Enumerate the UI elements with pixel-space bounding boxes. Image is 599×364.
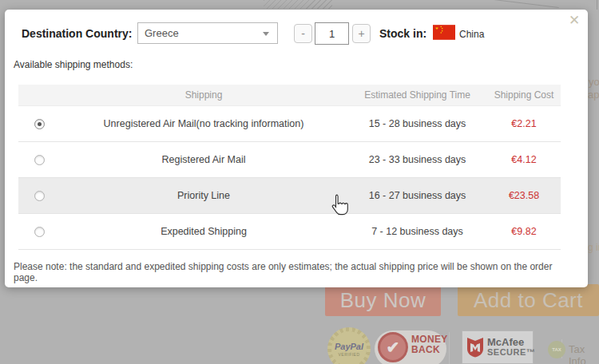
radio-unselected[interactable]: [34, 227, 45, 237]
stock-in-label: Stock in:: [379, 27, 426, 40]
destination-country-label: Destination Country:: [22, 27, 132, 40]
table-row-registered-air-mail[interactable]: Registered Air Mail 23 - 33 business day…: [18, 142, 561, 178]
header-shipping: Shipping: [60, 89, 347, 101]
shipping-note: Please note: the standard and expedited …: [14, 261, 573, 283]
header-shipping-cost: Shipping Cost: [487, 89, 561, 101]
destination-country-select[interactable]: Greece: [137, 22, 278, 44]
shipping-method-time: 15 - 28 business days: [347, 118, 487, 129]
mcafee-secure-badge: McAfee SECURE™: [462, 330, 534, 364]
shipping-method-cost: €4.12: [487, 154, 561, 165]
paypal-verified-label: VERIFIED: [338, 352, 359, 357]
mcafee-shield-icon: [466, 337, 484, 358]
shipping-method-name: Registered Air Mail: [60, 154, 347, 165]
background-text-fragment: yo: [589, 76, 599, 88]
tax-badge-icon: TAX: [548, 341, 565, 358]
modal-controls-row: Destination Country: Greece - + Stock in…: [5, 22, 588, 46]
background-text-fragment: g in: [588, 242, 599, 253]
page: { "modal": { "close": "✕", "destination_…: [0, 0, 599, 364]
background-product-sketch: [264, 0, 332, 9]
background-divider-line: [597, 0, 597, 10]
background-text-fragment: app: [588, 89, 599, 101]
table-row-expedited-shipping[interactable]: Expedited Shipping 7 - 12 business days …: [18, 214, 561, 250]
china-flag-icon: [433, 25, 455, 40]
background-sketch-line: [494, 0, 559, 8]
shipping-method-time: 7 - 12 business days: [347, 226, 487, 237]
table-header-row: Shipping Estimated Shipping Time Shippin…: [18, 85, 561, 106]
hand-cursor-icon: [329, 193, 348, 219]
money-back-label: MONEY BACK: [411, 334, 448, 355]
paypal-badge-inner: PayPal VERIFIED: [331, 331, 367, 364]
tax-info-link[interactable]: Tax Info: [569, 343, 599, 364]
buy-now-button[interactable]: Buy Now: [325, 284, 441, 316]
quantity-increase-button[interactable]: +: [352, 24, 371, 43]
shipping-method-name: Unregistered Air Mail(no tracking inform…: [60, 118, 347, 129]
shipping-methods-table: Shipping Estimated Shipping Time Shippin…: [18, 85, 561, 250]
paypal-badge-label: PayPal: [335, 342, 363, 351]
destination-country-value: Greece: [145, 27, 179, 39]
stock-country-label: China: [459, 29, 484, 40]
add-to-cart-button[interactable]: Add to Cart: [458, 284, 599, 316]
badge-divider: [449, 332, 450, 364]
shipping-method-name: Expedited Shipping: [60, 226, 347, 237]
money-back-check-icon: ✔: [378, 332, 408, 362]
radio-unselected[interactable]: [34, 155, 45, 165]
money-back-line2: BACK: [411, 345, 448, 355]
table-row-priority-line[interactable]: Priority Line 16 - 27 business days €23.…: [18, 178, 561, 214]
quantity-decrease-button[interactable]: -: [294, 24, 312, 43]
shipping-method-time: 16 - 27 business days: [347, 190, 487, 201]
radio-selected[interactable]: [34, 119, 45, 129]
quantity-input[interactable]: [315, 22, 349, 45]
shipping-method-cost: €9.82: [487, 226, 561, 237]
paypal-verified-badge: PayPal VERIFIED: [327, 327, 371, 364]
mcafee-secure-label: SECURE™: [487, 347, 535, 357]
shipping-method-name: Priority Line: [60, 190, 347, 201]
shipping-method-cost: €2.21: [487, 118, 561, 129]
mcafee-label: McAfee: [487, 338, 535, 347]
available-methods-label: Available shipping methods:: [14, 59, 133, 70]
shipping-method-time: 23 - 33 business days: [347, 154, 487, 165]
header-estimated-time: Estimated Shipping Time: [347, 89, 487, 101]
table-row-unregistered-air-mail[interactable]: Unregistered Air Mail(no tracking inform…: [18, 106, 561, 142]
chevron-down-icon: [263, 32, 269, 36]
money-back-badge: ✔ MONEY BACK: [375, 330, 446, 364]
radio-unselected[interactable]: [34, 191, 45, 201]
shipping-methods-modal: ✕ Destination Country: Greece - + Stock …: [5, 10, 588, 287]
shipping-method-cost: €23.58: [487, 190, 561, 201]
